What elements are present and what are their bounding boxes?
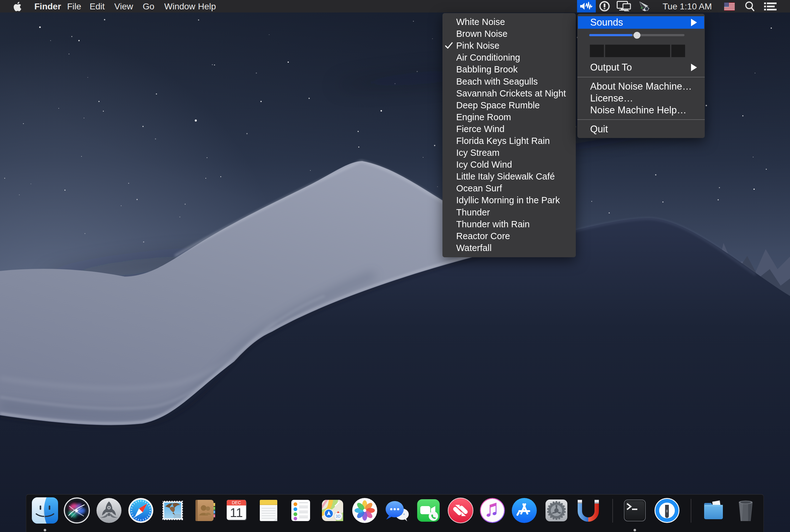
svg-text:3D: 3D [336,514,341,518]
svg-text:11: 11 [230,506,243,519]
svg-text:DEC: DEC [232,500,241,505]
